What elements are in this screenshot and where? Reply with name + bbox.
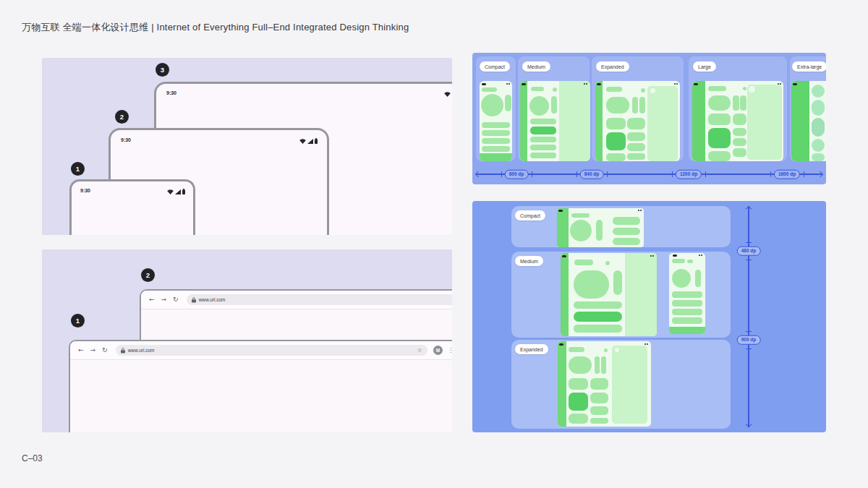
nav-rail <box>692 81 705 161</box>
menu-icon: ⋮ <box>448 347 452 354</box>
content-placeholder <box>650 88 655 93</box>
content-placeholder <box>672 317 702 324</box>
selected-item <box>530 127 556 134</box>
selected-item <box>569 393 588 411</box>
browser-toolbar: ← → ↻ www.url.com ☆ M ⋮ <box>70 341 452 360</box>
size-class-card-medium: Medium <box>518 56 590 161</box>
content-placeholder <box>695 270 701 287</box>
content-placeholder <box>627 153 645 160</box>
height-class-row-medium: Medium <box>511 252 731 338</box>
camera-dots <box>638 210 642 211</box>
layout-mockup-compact-landscape <box>557 208 644 247</box>
content-placeholder <box>590 393 608 403</box>
content-placeholder <box>530 119 556 124</box>
arrow-right-icon <box>817 171 823 176</box>
status-time: 9:30 <box>166 90 176 95</box>
content-placeholder <box>482 130 510 136</box>
wifi-icon <box>299 139 306 144</box>
content-placeholder <box>733 148 746 157</box>
detail-pane <box>647 86 678 161</box>
nav-rail <box>561 253 569 336</box>
content-placeholder <box>639 97 645 114</box>
height-class-row-compact: Compact <box>511 206 731 247</box>
breakpoint-badge: 480 dp <box>737 247 761 256</box>
size-class-label: Extra-large <box>792 61 826 72</box>
browser-window-stack-panel: ← → ↻ www.url.com ☆ M ⋮ ← → ↻ www.u <box>42 249 452 432</box>
arrow-down-icon <box>746 421 752 427</box>
reload-icon: ↻ <box>173 296 179 303</box>
status-pill <box>562 255 566 257</box>
back-icon: ← <box>78 347 84 354</box>
forward-icon: → <box>161 296 167 303</box>
size-class-card-extra-large: Extra-large <box>790 56 826 161</box>
avatar-placeholder <box>481 94 503 116</box>
status-pill <box>559 343 563 346</box>
content-placeholder <box>632 97 638 114</box>
measure-tick <box>532 171 532 177</box>
slide: 万物互联 全端一体化设计思维 | Internet of Everything … <box>0 0 868 488</box>
content-placeholder <box>569 347 584 352</box>
measure-tick <box>607 171 608 177</box>
content-placeholder <box>672 259 685 263</box>
measure-tick <box>746 331 752 332</box>
status-pill <box>482 83 486 85</box>
content-placeholder <box>530 145 556 150</box>
content-placeholder <box>606 153 626 161</box>
content-placeholder <box>596 220 603 241</box>
nav-rail <box>558 341 566 427</box>
step-badge: 3 <box>156 63 169 77</box>
detail-pane <box>625 253 657 336</box>
slide-code: C–03 <box>22 453 43 463</box>
battery-icon <box>182 189 185 194</box>
size-class-label: Medium <box>522 61 550 72</box>
content-placeholder <box>627 118 645 129</box>
avatar-placeholder <box>574 270 609 299</box>
status-icons <box>167 189 185 194</box>
layout-mockup-medium-tablet <box>561 253 657 336</box>
content-placeholder <box>733 95 739 111</box>
content-placeholder <box>601 356 606 374</box>
page-title: 万物互联 全端一体化设计思维 | Internet of Everything … <box>22 21 409 34</box>
url-text: www.url.com <box>199 297 226 302</box>
breakpoint-badge: 1200 dp <box>676 170 702 179</box>
content-placeholder <box>574 325 622 333</box>
content-placeholder <box>530 153 556 158</box>
status-pill <box>673 254 677 257</box>
avatar-placeholder <box>672 269 691 288</box>
content-placeholder <box>605 261 610 265</box>
breakpoint-badge: 900 dp <box>737 335 761 345</box>
measure-tick <box>746 348 752 349</box>
layout-mockup-expanded-tablet <box>558 341 651 427</box>
nav-rail <box>791 81 809 161</box>
content-placeholder <box>812 100 825 116</box>
measure-tick <box>804 171 804 177</box>
forward-icon: → <box>90 347 96 354</box>
content-placeholder <box>708 114 731 125</box>
measure-tick <box>746 242 752 243</box>
content-placeholder <box>733 128 746 136</box>
size-class-card-large: Large <box>689 56 787 161</box>
content-placeholder <box>687 260 693 263</box>
content-placeholder <box>733 138 746 146</box>
height-class-row-expanded: Expanded <box>511 340 731 429</box>
layout-mockup-compact <box>480 81 512 161</box>
content-placeholder <box>613 238 640 245</box>
content-placeholder <box>590 406 608 415</box>
layout-mockup-medium <box>520 81 590 161</box>
content-placeholder <box>569 378 588 390</box>
breakpoint-badge: 600 dp <box>505 170 529 179</box>
status-pill <box>558 210 563 212</box>
url-text: www.url.com <box>128 348 155 353</box>
content-placeholder <box>672 291 702 298</box>
profile-avatar: M <box>433 346 443 355</box>
content-placeholder <box>553 87 557 92</box>
bookmark-star-icon: ☆ <box>417 347 422 354</box>
selected-item <box>606 132 626 150</box>
camera-dots <box>778 83 782 85</box>
content-placeholder <box>595 356 600 374</box>
content-placeholder <box>812 153 825 161</box>
nav-rail <box>595 81 603 161</box>
layout-mockup-large <box>692 81 783 161</box>
content-placeholder <box>574 260 593 265</box>
content-placeholder <box>627 143 645 151</box>
